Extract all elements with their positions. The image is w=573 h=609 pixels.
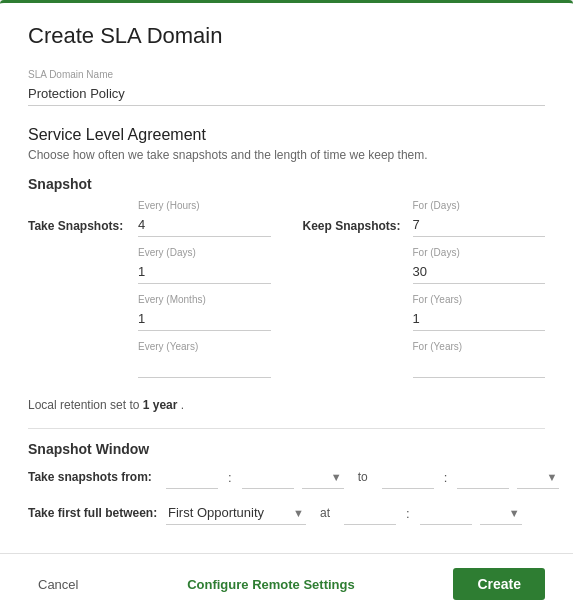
- to-label: to: [352, 470, 374, 484]
- keep-days-7-field: For (Days): [413, 200, 546, 237]
- snapshot-window-title: Snapshot Window: [28, 441, 545, 457]
- take-years-row: Every (Years): [28, 341, 271, 378]
- snapshot-subsection-title: Snapshot: [28, 176, 545, 192]
- first-full-dropdown-wrap: First Opportunity Second Opportunity ▼: [166, 501, 306, 525]
- keep-days-30-label: For (Days): [413, 247, 546, 258]
- keep-snapshots-label: Keep Snapshots:: [303, 219, 413, 237]
- keep-days-7-label: For (Days): [413, 200, 546, 211]
- from-ampm-dropdown-wrap: AM PM ▼: [302, 465, 344, 489]
- keep-years-1-input[interactable]: [413, 307, 546, 331]
- snapshot-section: Snapshot Take Snapshots: Every (Hours) K…: [28, 176, 545, 412]
- keep-days-30-spacer: [303, 280, 413, 284]
- modal-title: Create SLA Domain: [28, 23, 545, 49]
- snapshot-keep-header: Keep Snapshots: For (Days): [303, 200, 546, 237]
- keep-days-7-input[interactable]: [413, 213, 546, 237]
- first-full-select[interactable]: First Opportunity Second Opportunity: [166, 501, 306, 525]
- colon-3: :: [404, 506, 412, 521]
- take-days-field: Every (Days): [138, 247, 271, 284]
- colon-2: :: [442, 470, 450, 485]
- sla-domain-name-label: SLA Domain Name: [28, 69, 545, 80]
- sla-section-title: Service Level Agreement: [28, 126, 545, 144]
- snapshot-row-2: Every (Days) For (Days): [28, 247, 545, 294]
- to-ampm-select[interactable]: AM PM: [517, 465, 559, 489]
- take-years-input[interactable]: [138, 354, 271, 378]
- at-ampm-dropdown-wrap: AM PM ▼: [480, 501, 522, 525]
- sla-domain-name-input[interactable]: [28, 82, 545, 106]
- at-ampm-select[interactable]: AM PM: [480, 501, 522, 525]
- snapshot-row-3: Every (Months) For (Years): [28, 294, 545, 341]
- retention-text: Local retention set to 1 year .: [28, 398, 545, 412]
- retention-bold: 1 year: [143, 398, 178, 412]
- section-divider: [28, 428, 545, 429]
- configure-remote-settings-button[interactable]: Configure Remote Settings: [177, 571, 365, 598]
- keep-years-empty-input[interactable]: [413, 354, 546, 378]
- take-days-input[interactable]: [138, 260, 271, 284]
- keep-years-empty-row: For (Years): [303, 341, 546, 378]
- snapshot-row-4: Every (Years) For (Years): [28, 341, 545, 388]
- take-hours-label: Every (Hours): [138, 200, 271, 211]
- first-full-label: Take first full between:: [28, 506, 158, 520]
- take-months-row: Every (Months): [28, 294, 271, 331]
- keep-years-1-field: For (Years): [413, 294, 546, 331]
- create-button[interactable]: Create: [453, 568, 545, 600]
- at-min-input[interactable]: [420, 501, 472, 525]
- from-min-input[interactable]: [242, 465, 294, 489]
- keep-years-empty-label: For (Years): [413, 341, 546, 352]
- sla-domain-name-section: SLA Domain Name: [28, 69, 545, 106]
- from-ampm-select[interactable]: AM PM: [302, 465, 344, 489]
- take-days-spacer: [28, 280, 138, 284]
- to-min-input[interactable]: [457, 465, 509, 489]
- take-hours-input[interactable]: [138, 213, 271, 237]
- snapshot-window-section: Snapshot Window Take snapshots from: : A…: [28, 441, 545, 525]
- snapshot-take-header: Take Snapshots: Every (Hours): [28, 200, 271, 237]
- keep-years-1-label: For (Years): [413, 294, 546, 305]
- at-hour-input[interactable]: [344, 501, 396, 525]
- sla-section-desc: Choose how often we take snapshots and t…: [28, 148, 545, 162]
- snapshot-header-row: Take Snapshots: Every (Hours) Keep Snaps…: [28, 200, 545, 247]
- modal-body: Create SLA Domain SLA Domain Name Servic…: [0, 3, 573, 553]
- modal-footer: Cancel Configure Remote Settings Create: [0, 553, 573, 609]
- retention-suffix: .: [177, 398, 184, 412]
- keep-days-30-input[interactable]: [413, 260, 546, 284]
- take-snapshots-from-row: Take snapshots from: : AM PM ▼ to :: [28, 465, 545, 489]
- retention-prefix: Local retention set to: [28, 398, 143, 412]
- take-months-label: Every (Months): [138, 294, 271, 305]
- sla-section: Service Level Agreement Choose how often…: [28, 126, 545, 162]
- at-label: at: [314, 506, 336, 520]
- take-days-label: Every (Days): [138, 247, 271, 258]
- take-days-row: Every (Days): [28, 247, 271, 284]
- take-hours-field: Every (Hours): [138, 200, 271, 237]
- keep-years-empty-field: For (Years): [413, 341, 546, 378]
- take-months-field: Every (Months): [138, 294, 271, 331]
- take-years-label: Every (Years): [138, 341, 271, 352]
- colon-1: :: [226, 470, 234, 485]
- take-years-field: Every (Years): [138, 341, 271, 378]
- cancel-button[interactable]: Cancel: [28, 571, 88, 598]
- keep-days-30-field: For (Days): [413, 247, 546, 284]
- take-from-label: Take snapshots from:: [28, 470, 158, 484]
- take-snapshots-label: Take Snapshots:: [28, 219, 138, 237]
- to-ampm-dropdown-wrap: AM PM ▼: [517, 465, 559, 489]
- first-full-row: Take first full between: First Opportuni…: [28, 501, 545, 525]
- keep-years-1-row: For (Years): [303, 294, 546, 331]
- keep-days-30-row: For (Days): [303, 247, 546, 284]
- to-hour-input[interactable]: [382, 465, 434, 489]
- from-hour-input[interactable]: [166, 465, 218, 489]
- take-months-input[interactable]: [138, 307, 271, 331]
- create-sla-domain-modal: Create SLA Domain SLA Domain Name Servic…: [0, 0, 573, 609]
